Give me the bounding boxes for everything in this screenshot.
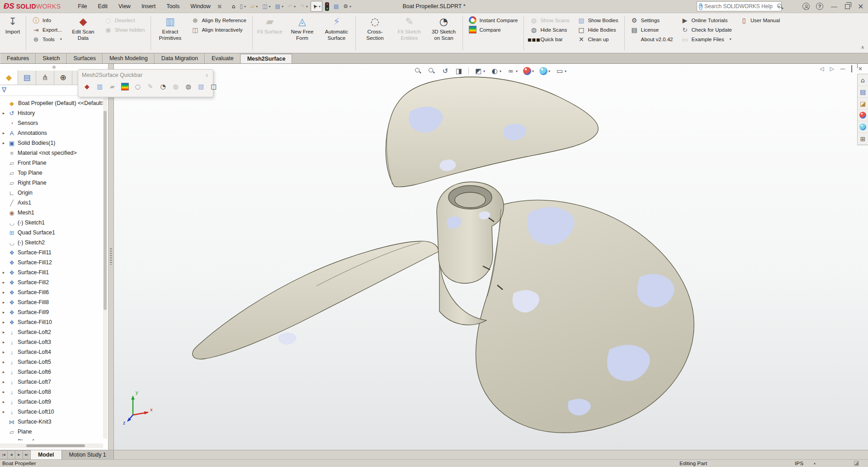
window-previous-button[interactable]: ◁ <box>820 66 824 72</box>
dropdown-icon[interactable]: ▾ <box>532 69 534 73</box>
propeller-blade-top[interactable] <box>386 77 598 187</box>
rail-home-button[interactable]: ⌂ <box>858 74 868 86</box>
menu-window[interactable]: Window <box>185 1 216 12</box>
window-next-button[interactable]: ▷ <box>830 66 834 72</box>
tab-mesh2surface[interactable]: Mesh2Surface <box>241 54 292 63</box>
tree-root-item[interactable]: ◆ Boat Propeller (Default) <<Default>_[ <box>0 98 103 108</box>
align-reference-button[interactable]: ⊕Align By Reference <box>189 15 248 25</box>
select-cursor-button[interactable]: ➤▾ <box>311 1 322 12</box>
panel-tab-property-manager[interactable]: ▤ <box>18 71 36 85</box>
panel-tab-dimxpert-manager[interactable]: ⊕ <box>54 71 72 85</box>
extract-primitives-quick-button[interactable]: ▥ <box>95 81 104 92</box>
tree-item[interactable]: ▸❖Surface-Fill1 <box>0 267 103 277</box>
tree-item[interactable]: ▱Plane <box>0 427 103 437</box>
import-button[interactable]: ↧Import <box>1 13 24 53</box>
expand-arrow-icon[interactable]: ▸ <box>0 380 7 384</box>
tree-item[interactable]: ▱Plane1 <box>0 437 103 440</box>
sheet-nav-button[interactable]: ▶| <box>23 450 31 459</box>
expand-arrow-icon[interactable]: ▸ <box>0 400 7 404</box>
tree-item[interactable]: ▸↓Surface-Loft6 <box>0 367 103 377</box>
cross-section-button[interactable]: ◌Cross-Section <box>358 13 392 53</box>
panel-tab-feature-manager[interactable]: ◆ <box>0 71 18 85</box>
dropdown-icon[interactable]: ▾ <box>256 5 258 9</box>
expand-arrow-icon[interactable]: ▸ <box>0 131 7 135</box>
clean-up-button[interactable]: ✕Clean up <box>575 34 620 44</box>
search-input[interactable] <box>704 3 774 10</box>
apply-scene-button[interactable]: ▾ <box>538 66 552 76</box>
expand-arrow-icon[interactable]: ▸ <box>0 280 7 285</box>
menu-tools[interactable]: Tools <box>161 1 185 12</box>
expand-arrow-icon[interactable]: ▸ <box>0 290 7 295</box>
redo-button[interactable]: ↷▾ <box>298 1 310 12</box>
hide-scans-button[interactable]: ◍Hide Scans <box>528 25 571 34</box>
settings-gear-button[interactable]: ⚙▾ <box>341 1 353 12</box>
home-button[interactable]: ⌂ <box>230 1 237 12</box>
expand-arrow-icon[interactable]: ▸ <box>0 350 7 354</box>
print-button[interactable]: ▤▾ <box>274 1 285 12</box>
hide-bodies-quick-button[interactable]: □ <box>209 81 218 92</box>
tree-item[interactable]: ╱Axis1 <box>0 198 103 208</box>
propeller-blade-right[interactable] <box>476 200 694 433</box>
rebuild-traffic-button[interactable] <box>323 1 331 12</box>
tree-item[interactable]: ▸↓Surface-Loft7 <box>0 377 103 387</box>
show-bodies-button[interactable]: ▧Show Bodies <box>575 15 620 25</box>
tab-model[interactable]: Model <box>31 450 62 459</box>
quickbar-close-icon[interactable]: x <box>204 73 209 78</box>
status-units[interactable]: IPS <box>795 460 803 467</box>
rail-appearances-button[interactable] <box>858 110 868 121</box>
section-view-button[interactable]: ◨ <box>453 66 464 76</box>
menu-view[interactable]: View <box>113 1 136 12</box>
hide-bodies-button[interactable]: □Hide Bodies <box>575 25 620 34</box>
tree-item[interactable]: ▸↓Surface-Loft2 <box>0 327 103 337</box>
license-button[interactable]: ▤License <box>628 25 675 34</box>
menu-insert[interactable]: Insert <box>136 1 161 12</box>
settings-gear-button[interactable]: ⚙Settings <box>628 15 675 25</box>
ribbon-collapse-icon[interactable]: ∧ <box>861 44 864 50</box>
tab-motion-study-1[interactable]: Motion Study 1 <box>62 450 114 459</box>
minimize-button[interactable]: — <box>830 3 839 10</box>
instant-compare-button[interactable]: Instant Compare <box>467 15 520 25</box>
tab-evaluate[interactable]: Evaluate <box>205 54 241 63</box>
panel-tab-configuration-manager[interactable]: ⋔ <box>36 71 54 85</box>
tools-button[interactable]: ⊛Tools▾ <box>30 34 64 44</box>
propeller-model[interactable] <box>114 64 868 450</box>
units-dropdown-icon[interactable]: ▴ <box>814 461 816 465</box>
compare-quick-button[interactable] <box>121 81 129 92</box>
tree-item[interactable]: ▸▣Solid Bodies(1) <box>0 138 103 148</box>
tree-item[interactable]: ❖Surface-Fill11 <box>0 248 103 257</box>
info-button[interactable]: ⓘInfo <box>30 15 64 25</box>
tree-item[interactable]: ▸AAnnotations <box>0 128 103 138</box>
tree-item[interactable]: ∟Origin <box>0 188 103 198</box>
view-orientation-button[interactable]: ◩▾ <box>473 66 486 76</box>
tree-item[interactable]: ▸❖Surface-Fill6 <box>0 287 103 297</box>
tree-item[interactable]: ◔Sensors <box>0 118 103 128</box>
help-search[interactable]: ? ▾ <box>697 1 782 11</box>
tree-item[interactable]: ◡(-) Sketch2 <box>0 238 103 248</box>
edit-appearance-button[interactable]: ▾ <box>522 66 535 76</box>
tree-item[interactable]: ▱Right Plane <box>0 178 103 188</box>
panel-splitter[interactable] <box>108 64 114 450</box>
dropdown-icon[interactable]: ▾ <box>349 5 351 9</box>
sketch-on-scan-quick-button[interactable]: ◔ <box>159 81 167 92</box>
expand-arrow-icon[interactable]: ▸ <box>0 320 7 324</box>
show-bodies-quick-button[interactable]: ▧ <box>197 81 205 92</box>
sheet-nav-button[interactable]: ▶ <box>15 450 23 459</box>
tree-item[interactable]: ≡Material <not specified> <box>0 148 103 158</box>
tree-item[interactable]: ▸❖Surface-Fill10 <box>0 317 103 327</box>
rail-scenes-button[interactable] <box>858 121 868 133</box>
tree-item[interactable]: ▱Front Plane <box>0 158 103 168</box>
quick-bar-button[interactable]: ▪▪▪Quick bar <box>528 34 571 44</box>
pin-menu-icon[interactable]: ✚ <box>215 2 223 11</box>
options-list-button[interactable]: ▤ <box>332 1 340 12</box>
compare-button[interactable]: Compare <box>467 25 520 34</box>
dropdown-icon[interactable]: ▾ <box>269 5 271 9</box>
expand-arrow-icon[interactable]: ▸ <box>0 340 7 344</box>
expand-arrow-icon[interactable]: ▸ <box>0 410 7 414</box>
rail-design-library-button[interactable]: ◪ <box>858 98 868 110</box>
auto-surface-button[interactable]: ⚡Automatic Surface <box>319 13 354 53</box>
tree-item[interactable]: ◉Mesh1 <box>0 208 103 218</box>
dropdown-icon[interactable]: ▾ <box>60 37 62 41</box>
tab-surfaces[interactable]: Surfaces <box>67 54 103 63</box>
expand-arrow-icon[interactable]: ▸ <box>0 370 7 374</box>
cross-section-quick-button[interactable]: ◌ <box>133 81 142 92</box>
